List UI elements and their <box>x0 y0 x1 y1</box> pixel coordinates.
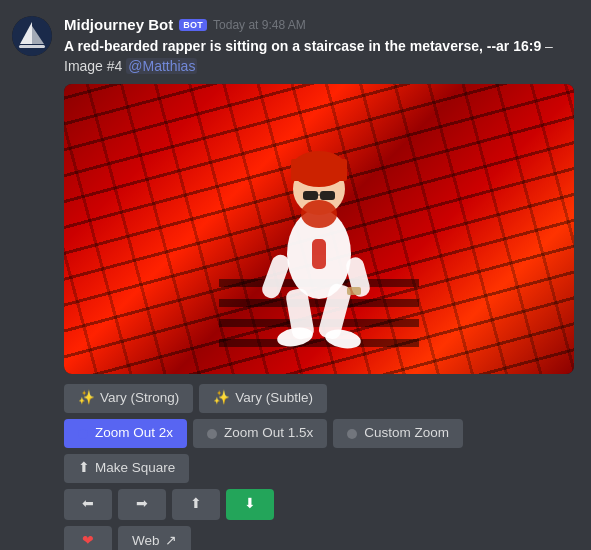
web-button[interactable]: Web ↗ <box>118 526 191 550</box>
zoom-out-1-5x-button[interactable]: Zoom Out 1.5x <box>193 419 327 448</box>
zoom-dot-1 <box>78 429 88 439</box>
arrow-left-icon: ⬅ <box>82 495 94 514</box>
spark-icon-2: ✨ <box>213 389 230 408</box>
arrow-buttons-row: ⬅ ➡ ⬆ ⬇ <box>64 489 574 520</box>
zoom-dot-3 <box>347 429 357 439</box>
buttons-area: ✨ Vary (Strong) ✨ Vary (Subtle) Zoom Out… <box>64 384 574 550</box>
message-text: A red-bearded rapper is sitting on a sta… <box>64 37 579 76</box>
custom-zoom-button[interactable]: Custom Zoom <box>333 419 463 448</box>
arrow-down-icon: ⬇ <box>244 495 256 514</box>
spark-icon-1: ✨ <box>78 389 95 408</box>
arrow-right-button[interactable]: ➡ <box>118 489 166 520</box>
mention: @Matthias <box>126 58 197 74</box>
zoom-out-2x-button[interactable]: Zoom Out 2x <box>64 419 187 448</box>
svg-rect-7 <box>219 339 419 347</box>
message-text-bold: A red-bearded rapper is sitting on a sta… <box>64 38 541 54</box>
figure-svg <box>219 99 419 359</box>
message-container: Midjourney Bot BOT Today at 9:48 AM A re… <box>12 16 579 550</box>
svg-rect-12 <box>303 191 318 200</box>
image-container <box>64 84 574 374</box>
make-square-row: ⬆ Make Square <box>64 454 574 483</box>
svg-rect-23 <box>312 239 326 269</box>
svg-rect-20 <box>260 252 292 300</box>
bot-badge: BOT <box>179 19 207 31</box>
arrow-left-button[interactable]: ⬅ <box>64 489 112 520</box>
svg-rect-11 <box>291 159 347 181</box>
make-square-button[interactable]: ⬆ Make Square <box>64 454 189 483</box>
message-header: Midjourney Bot BOT Today at 9:48 AM <box>64 16 579 33</box>
arrow-up-icon: ⬆ <box>190 495 202 514</box>
timestamp: Today at 9:48 AM <box>213 18 306 32</box>
svg-rect-22 <box>347 287 361 295</box>
arrow-up-button[interactable]: ⬆ <box>172 489 220 520</box>
generated-image <box>64 84 574 374</box>
svg-point-15 <box>301 200 337 228</box>
heart-button[interactable]: ❤ <box>64 526 112 550</box>
svg-rect-13 <box>320 191 335 200</box>
external-link-icon: ↗ <box>165 532 177 550</box>
heart-web-row: ❤ Web ↗ <box>64 526 574 550</box>
message-content: Midjourney Bot BOT Today at 9:48 AM A re… <box>64 16 579 550</box>
arrow-down-button[interactable]: ⬇ <box>226 489 274 520</box>
svg-rect-3 <box>19 45 45 48</box>
arrow-right-icon: ➡ <box>136 495 148 514</box>
vary-subtle-button[interactable]: ✨ Vary (Subtle) <box>199 384 327 413</box>
svg-rect-5 <box>219 299 419 307</box>
zoom-buttons-row: Zoom Out 2x Zoom Out 1.5x Custom Zoom <box>64 419 574 448</box>
vary-strong-button[interactable]: ✨ Vary (Strong) <box>64 384 193 413</box>
svg-rect-6 <box>219 319 419 327</box>
heart-icon: ❤ <box>82 532 94 550</box>
zoom-dot-2 <box>207 429 217 439</box>
vary-buttons-row: ✨ Vary (Strong) ✨ Vary (Subtle) <box>64 384 574 413</box>
make-square-icon: ⬆ <box>78 459 90 478</box>
username: Midjourney Bot <box>64 16 173 33</box>
avatar <box>12 16 52 56</box>
